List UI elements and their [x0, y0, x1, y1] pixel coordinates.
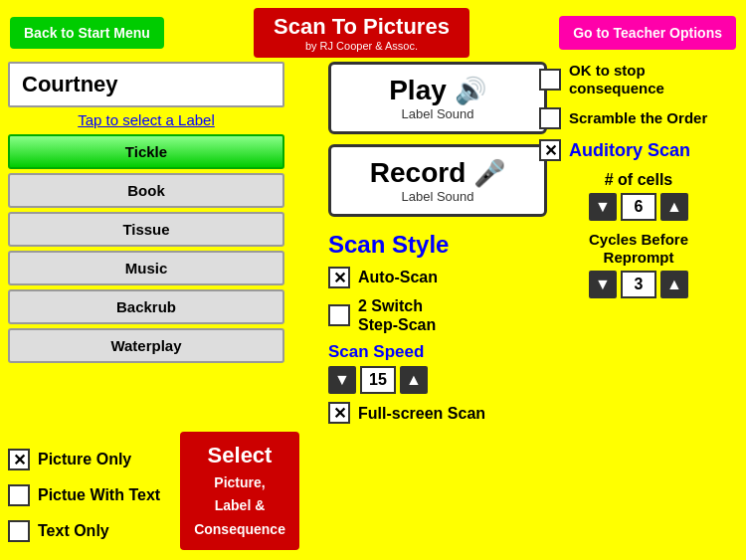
play-sublabel: Label Sound — [401, 106, 473, 121]
user-name: Courtney — [8, 62, 284, 107]
picture-with-text-row: Pictue With Text — [8, 484, 160, 506]
select-small: Picture,Label &Consequence — [194, 474, 285, 537]
auditory-scan-row: ✕ Auditory Scan — [539, 139, 738, 161]
two-switch-row: 2 SwitchStep-Scan — [328, 296, 547, 334]
picture-options: ✕ Picture Only Pictue With Text Text Onl… — [8, 449, 160, 550]
mic-icon: 🎤 — [473, 158, 505, 189]
right-panel: OK to stop consequence Scramble the Orde… — [539, 62, 738, 298]
scan-style-title: Scan Style — [328, 231, 547, 259]
ok-stop-row: OK to stop consequence — [539, 62, 738, 97]
ok-stop-checkbox[interactable] — [539, 69, 561, 91]
cycles-up-button[interactable]: ▲ — [660, 271, 688, 298]
auto-scan-label: Auto-Scan — [358, 268, 438, 286]
cells-section: # of cells ▼ 6 ▲ — [539, 171, 738, 221]
label-item-tissue[interactable]: Tissue — [8, 212, 284, 247]
cycles-title: Cycles BeforeReprompt — [539, 231, 738, 267]
scan-speed-stepper: ▼ 15 ▲ — [328, 366, 547, 394]
scan-speed-value: 15 — [360, 366, 396, 394]
cycles-value: 3 — [621, 271, 656, 298]
back-button[interactable]: Back to Start Menu — [10, 17, 164, 49]
auto-scan-checkbox[interactable]: ✕ — [328, 267, 350, 288]
label-item-tickle[interactable]: Tickle — [8, 134, 284, 169]
picture-only-row: ✕ Picture Only — [8, 449, 160, 470]
fullscreen-scan-label: Full-screen Scan — [358, 404, 485, 423]
cells-up-button[interactable]: ▲ — [660, 193, 688, 221]
scan-speed-up-button[interactable]: ▲ — [400, 366, 428, 394]
text-only-label: Text Only — [38, 521, 109, 540]
scan-speed-title: Scan Speed — [328, 342, 547, 362]
cells-value: 6 — [621, 193, 656, 221]
record-label: Record — [370, 157, 466, 189]
label-item-book[interactable]: Book — [8, 173, 284, 208]
auditory-scan-label: Auditory Scan — [569, 140, 690, 161]
select-big: Select — [194, 442, 285, 470]
cycles-section: Cycles BeforeReprompt ▼ 3 ▲ — [539, 231, 738, 298]
label-item-waterplay[interactable]: Waterplay — [8, 328, 284, 363]
cells-title: # of cells — [539, 171, 738, 189]
cells-down-button[interactable]: ▼ — [589, 193, 617, 221]
scan-speed-section: Scan Speed ▼ 15 ▲ — [328, 342, 547, 394]
scramble-label: Scramble the Order — [569, 109, 707, 127]
cells-stepper: ▼ 6 ▲ — [539, 193, 738, 221]
cycles-down-button[interactable]: ▼ — [589, 271, 617, 298]
app-title-box: Scan To Pictures by RJ Cooper & Assoc. — [254, 8, 469, 58]
scramble-row: Scramble the Order — [539, 107, 738, 129]
play-label: Play — [389, 75, 447, 106]
left-panel: Courtney Tap to select a Label Tickle Bo… — [8, 62, 284, 367]
app-subtitle: by RJ Cooper & Assoc. — [274, 40, 450, 52]
scramble-checkbox[interactable] — [539, 107, 561, 129]
record-label-sound-button[interactable]: Record 🎤 Label Sound — [328, 144, 547, 217]
label-item-backrub[interactable]: Backrub — [8, 289, 284, 324]
two-switch-checkbox[interactable] — [328, 304, 350, 326]
tap-label: Tap to select a Label — [8, 111, 284, 128]
fullscreen-scan-checkbox[interactable]: ✕ — [328, 402, 350, 424]
picture-with-text-checkbox[interactable] — [8, 484, 30, 506]
speaker-icon: 🔊 — [455, 76, 486, 106]
goto-teacher-button[interactable]: Go to Teacher Options — [559, 16, 736, 50]
cycles-stepper: ▼ 3 ▲ — [539, 271, 738, 298]
picture-only-label: Picture Only — [38, 450, 131, 468]
auditory-scan-checkbox[interactable]: ✕ — [539, 139, 561, 161]
select-button[interactable]: Select Picture,Label &Consequence — [180, 432, 299, 550]
text-only-row: Text Only — [8, 520, 160, 542]
bottom-left: ✕ Picture Only Pictue With Text Text Onl… — [8, 432, 299, 550]
picture-with-text-label: Pictue With Text — [38, 485, 160, 504]
text-only-checkbox[interactable] — [8, 520, 30, 542]
header: Back to Start Menu Scan To Pictures by R… — [0, 0, 746, 66]
auto-scan-row: ✕ Auto-Scan — [328, 267, 547, 288]
two-switch-label: 2 SwitchStep-Scan — [358, 296, 436, 334]
fullscreen-scan-row: ✕ Full-screen Scan — [328, 402, 547, 424]
mid-panel: Play 🔊 Label Sound Record 🎤 Label Sound … — [328, 62, 547, 424]
ok-stop-label: OK to stop consequence — [569, 62, 738, 97]
label-item-music[interactable]: Music — [8, 251, 284, 285]
record-sublabel: Label Sound — [401, 189, 473, 204]
scan-speed-down-button[interactable]: ▼ — [328, 366, 356, 394]
picture-only-checkbox[interactable]: ✕ — [8, 449, 30, 470]
app-title: Scan To Pictures — [274, 14, 450, 40]
play-label-sound-button[interactable]: Play 🔊 Label Sound — [328, 62, 547, 134]
